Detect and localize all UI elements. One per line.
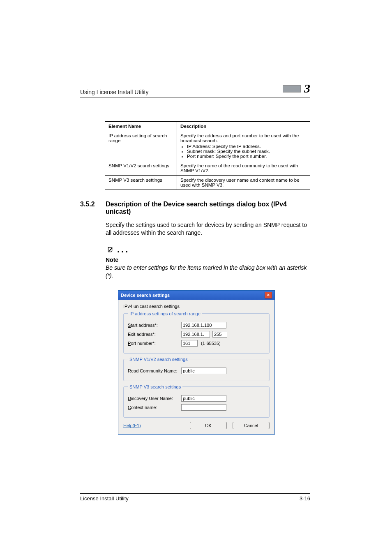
port-number-label: Port number*: (128, 341, 181, 346)
chapter-number: 3 (304, 82, 310, 95)
footer-right: 3-16 (300, 495, 310, 502)
dialog-title: Device search settings (121, 293, 170, 298)
table-header-desc: Description (177, 122, 310, 131)
note-ellipsis-icon: ... (117, 245, 129, 255)
help-link[interactable]: Help(F1) (123, 423, 141, 428)
exit-address-label: Exit address*: (128, 332, 181, 337)
read-community-input[interactable] (181, 368, 226, 374)
group-snmp-v1v2-legend: SNMP V1/V2 search settings (128, 357, 189, 362)
dialog-caption: IPv4 unicast search settings (123, 304, 270, 309)
note-block: ... Note Be sure to enter settings for t… (106, 245, 310, 280)
table-cell-name: SNMP V3 search settings (105, 176, 177, 190)
table-row: SNMP V3 search settings Specify the disc… (105, 176, 310, 190)
footer-left: License Install Utility (80, 495, 129, 502)
start-address-label: Start address*: (128, 323, 181, 328)
note-label: Note (106, 257, 310, 263)
section-paragraph: Specify the settings used to search for … (106, 221, 310, 237)
table-cell-desc: Specify the discovery user name and cont… (177, 176, 310, 190)
group-snmp-v1v2: SNMP V1/V2 search settings Read Communit… (123, 357, 270, 381)
section-heading: 3.5.2 Description of the Device search s… (80, 201, 310, 215)
header-decor-bar (283, 85, 301, 92)
context-name-input[interactable] (181, 404, 226, 411)
table-cell-name: IP address setting of search range (105, 131, 177, 161)
cancel-button[interactable]: Cancel (233, 422, 270, 429)
exit-address-last-input[interactable] (212, 331, 227, 338)
ok-button[interactable]: OK (190, 422, 227, 429)
table-header-name: Element Name (105, 122, 177, 131)
context-name-label: Context name: (128, 405, 181, 410)
device-search-settings-dialog: Device search settings × IPv4 unicast se… (118, 290, 275, 435)
dialog-titlebar[interactable]: Device search settings × (118, 291, 274, 300)
discovery-user-label: Discovery User Name: (128, 396, 181, 401)
running-title: Using License Install Utility (80, 89, 149, 95)
start-address-input[interactable] (181, 322, 226, 328)
group-snmp-v3: SNMP V3 search settings Discovery User N… (123, 384, 270, 418)
page-footer: License Install Utility 3-16 (80, 493, 310, 502)
group-snmp-v3-legend: SNMP V3 search settings (128, 384, 182, 389)
close-icon[interactable]: × (265, 292, 272, 298)
group-ip-range-legend: IP address settings of search range (128, 311, 202, 316)
table-cell-name: SNMP V1/V2 search settings (105, 161, 177, 176)
section-number: 3.5.2 (80, 201, 98, 215)
discovery-user-input[interactable] (181, 395, 226, 402)
note-text: Be sure to enter settings for the items … (106, 264, 310, 280)
table-row: IP address setting of search range Speci… (105, 131, 310, 161)
exit-address-prefix-input[interactable] (181, 331, 210, 338)
group-ip-range: IP address settings of search range Star… (123, 311, 270, 354)
table-cell-desc: Specify the address and port number to b… (177, 131, 310, 161)
table-row: SNMP V1/V2 search settings Specify the n… (105, 161, 310, 176)
section-title: Description of the Device search setting… (106, 201, 310, 215)
running-header: Using License Install Utility 3 (80, 82, 310, 97)
table-cell-desc: Specify the name of the read community t… (177, 161, 310, 176)
port-number-input[interactable] (181, 340, 198, 347)
note-icon (106, 246, 115, 255)
element-description-table: Element Name Description IP address sett… (105, 121, 310, 190)
read-community-label: Read Community Name: (128, 368, 181, 373)
port-number-hint: (1-65535) (201, 341, 221, 346)
